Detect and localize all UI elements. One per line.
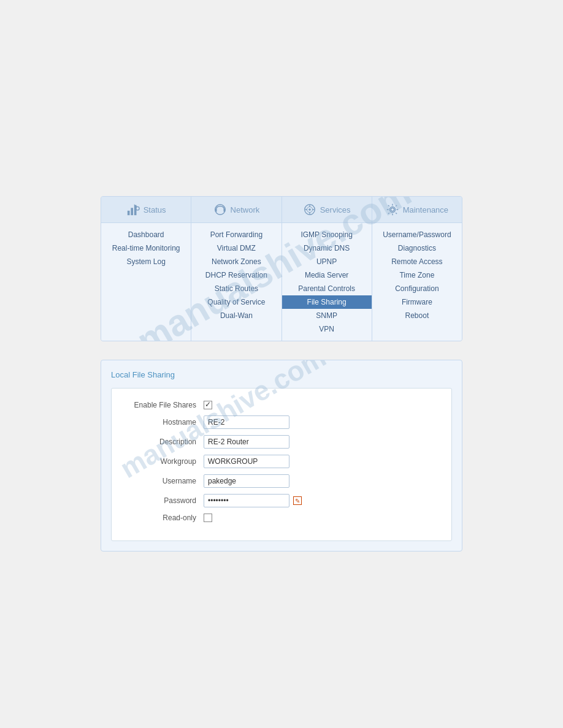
network-section-title: Network xyxy=(231,205,260,214)
password-input[interactable] xyxy=(204,494,289,507)
network-section-header: Network xyxy=(191,197,281,223)
nav-item-igmp-snooping[interactable]: IGMP Snooping xyxy=(282,228,372,241)
nav-item-parental-controls[interactable]: Parental Controls xyxy=(282,282,372,295)
services-icon xyxy=(303,203,316,216)
svg-rect-6 xyxy=(223,209,225,212)
nav-item-diagnostics[interactable]: Diagnostics xyxy=(372,241,462,255)
nav-item-qos[interactable]: Quality of Service xyxy=(191,295,281,309)
bar-chart-icon xyxy=(126,203,140,216)
gear-icon xyxy=(386,203,399,216)
panel-form: Enable File Shares Hostname Description xyxy=(111,388,452,541)
nav-item-network-zones[interactable]: Network Zones xyxy=(191,255,281,268)
password-row: Password ✎ xyxy=(124,494,439,507)
nav-item-static-routes[interactable]: Static Routes xyxy=(191,282,281,295)
description-input[interactable] xyxy=(204,435,289,449)
nav-item-media-server[interactable]: Media Server xyxy=(282,268,372,282)
enable-file-shares-label: Enable File Shares xyxy=(124,401,204,409)
svg-rect-0 xyxy=(128,211,130,215)
nav-item-dynamic-dns[interactable]: Dynamic DNS xyxy=(282,241,372,255)
services-section-title: Services xyxy=(320,205,351,214)
services-section-header: Services xyxy=(282,197,372,223)
nav-item-dual-wan[interactable]: Dual-Wan xyxy=(191,309,281,322)
username-label: Username xyxy=(124,477,204,485)
svg-point-8 xyxy=(308,208,311,211)
workgroup-row: Workgroup xyxy=(124,455,439,468)
username-value xyxy=(204,474,289,488)
password-label: Password xyxy=(124,496,204,505)
enable-file-shares-checkbox[interactable] xyxy=(204,401,212,409)
nav-item-upnp[interactable]: UPNP xyxy=(282,255,372,268)
nav-item-virtual-dmz[interactable]: Virtual DMZ xyxy=(191,241,281,255)
readonly-checkbox[interactable] xyxy=(204,514,212,522)
hostname-value xyxy=(204,415,289,429)
description-label: Description xyxy=(124,438,204,446)
description-row: Description xyxy=(124,435,439,449)
nav-menu: manualshive.com Status Dashboard Real-t xyxy=(101,196,462,341)
readonly-value xyxy=(204,514,212,522)
nav-item-username-password[interactable]: Username/Password xyxy=(372,228,462,241)
username-input[interactable] xyxy=(204,474,289,488)
nav-item-port-forwarding[interactable]: Port Forwarding xyxy=(191,228,281,241)
username-row: Username xyxy=(124,474,439,488)
nav-item-time-zone[interactable]: Time Zone xyxy=(372,268,462,282)
nav-section-status: Status Dashboard Real-time Monitoring Sy… xyxy=(101,197,191,341)
nav-section-services: Services IGMP Snooping Dynamic DNS UPNP … xyxy=(282,197,372,341)
description-value xyxy=(204,435,289,449)
maintenance-section-title: Maintenance xyxy=(403,205,448,214)
hostname-row: Hostname xyxy=(124,415,439,429)
password-value: ✎ xyxy=(204,494,302,507)
hostname-label: Hostname xyxy=(124,418,204,427)
services-section-body: IGMP Snooping Dynamic DNS UPNP Media Ser… xyxy=(282,223,372,341)
headset-icon xyxy=(213,203,227,216)
svg-rect-5 xyxy=(215,209,216,212)
nav-item-dhcp-reservation[interactable]: DHCP Reservation xyxy=(191,268,281,282)
nav-item-dashboard[interactable]: Dashboard xyxy=(101,228,191,241)
nav-item-snmp[interactable]: SNMP xyxy=(282,309,372,322)
workgroup-value xyxy=(204,455,289,468)
readonly-label: Read-only xyxy=(124,514,204,522)
readonly-row: Read-only xyxy=(124,514,439,522)
hostname-input[interactable] xyxy=(204,415,289,429)
nav-section-network: Network Port Forwarding Virtual DMZ Netw… xyxy=(191,197,282,341)
panel-title: Local File Sharing xyxy=(111,370,452,379)
nav-item-remote-access[interactable]: Remote Access xyxy=(372,255,462,268)
maintenance-section-header: Maintenance xyxy=(372,197,462,223)
nav-item-reboot[interactable]: Reboot xyxy=(372,309,462,322)
nav-item-configuration[interactable]: Configuration xyxy=(372,282,462,295)
nav-item-system-log[interactable]: System Log xyxy=(101,255,191,268)
nav-item-firmware[interactable]: Firmware xyxy=(372,295,462,309)
network-section-body: Port Forwarding Virtual DMZ Network Zone… xyxy=(191,223,281,341)
workgroup-label: Workgroup xyxy=(124,457,204,466)
status-section-header: Status xyxy=(101,197,191,223)
file-sharing-panel: manualshive.com Local File Sharing Enabl… xyxy=(101,360,462,552)
nav-item-file-sharing[interactable]: File Sharing xyxy=(282,295,372,309)
workgroup-input[interactable] xyxy=(204,455,289,468)
edit-icon[interactable]: ✎ xyxy=(293,496,302,505)
svg-point-10 xyxy=(391,208,394,211)
svg-rect-1 xyxy=(131,208,133,215)
nav-section-maintenance: Maintenance Username/Password Diagnostic… xyxy=(372,197,462,341)
status-section-body: Dashboard Real-time Monitoring System Lo… xyxy=(101,223,191,341)
nav-item-realtime-monitoring[interactable]: Real-time Monitoring xyxy=(101,241,191,255)
enable-file-shares-row: Enable File Shares xyxy=(124,401,439,409)
status-section-title: Status xyxy=(144,205,166,214)
nav-item-vpn[interactable]: VPN xyxy=(282,322,372,336)
maintenance-section-body: Username/Password Diagnostics Remote Acc… xyxy=(372,223,462,341)
enable-file-shares-value xyxy=(204,401,212,409)
